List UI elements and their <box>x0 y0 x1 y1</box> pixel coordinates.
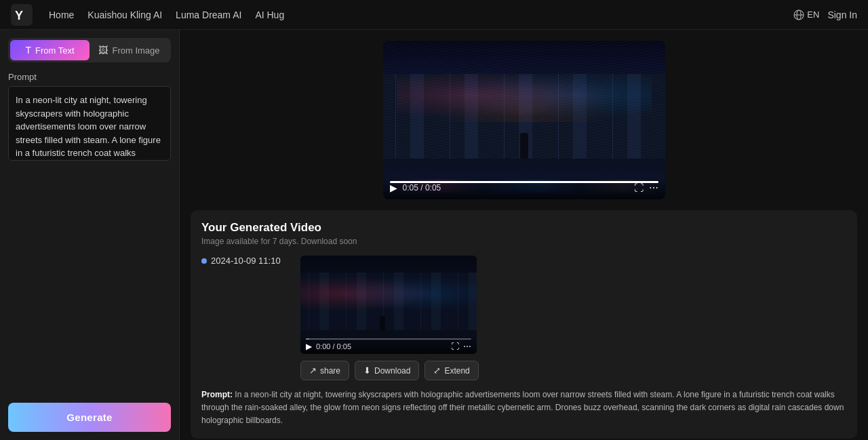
nav-home[interactable]: Home <box>49 9 74 20</box>
lang-label: EN <box>807 9 819 20</box>
svg-text:Y: Y <box>15 9 23 22</box>
progress-bar-top[interactable] <box>390 181 658 183</box>
download-button[interactable]: ⬇ Download <box>355 361 419 380</box>
action-buttons: ↗ share ⬇ Download ⤢ Extend <box>300 361 477 380</box>
gen-ctrl-right: ⛶ ⋯ <box>451 342 471 351</box>
main-layout: T From Text 🖼 From Image Prompt In a neo… <box>0 30 868 440</box>
more-button-top[interactable]: ⋯ <box>649 183 658 193</box>
generate-button[interactable]: Generate <box>8 403 171 432</box>
nav-right: EN Sign In <box>793 9 857 20</box>
prompt-content: In a neon-lit city at night, towering sk… <box>201 390 844 425</box>
video-controls-top: ▶ 0:05 / 0:05 ⛶ ⋯ <box>383 177 665 199</box>
nav-aihug[interactable]: AI Hug <box>255 9 284 20</box>
date-label: 2024-10-09 11:10 <box>211 256 281 266</box>
gen-progress-fill <box>306 338 309 340</box>
video-preview-top: ▶ 0:05 / 0:05 ⛶ ⋯ <box>180 30 868 205</box>
extend-button[interactable]: ⤢ Extend <box>425 361 478 380</box>
gen-video-controls: ▶ 0:00 / 0:05 ⛶ ⋯ <box>300 336 477 354</box>
logo[interactable]: Y <box>11 4 33 26</box>
generated-prompt-text: Prompt: In a neon-lit city at night, tow… <box>201 388 846 428</box>
signin-button[interactable]: Sign In <box>827 9 857 20</box>
gen-ctrl-row: ▶ 0:00 / 0:05 ⛶ ⋯ <box>306 342 471 351</box>
gen-progress-bar[interactable] <box>306 338 471 340</box>
generated-title: Your Generated Video <box>201 221 846 235</box>
nav-luma[interactable]: Luma Dream AI <box>176 9 241 20</box>
generated-subtitle: Image available for 7 days. Download soo… <box>201 237 846 246</box>
text-icon: T <box>25 45 31 56</box>
gen-fullscreen-button[interactable]: ⛶ <box>451 342 459 351</box>
gen-time-display: 0:00 / 0:05 <box>316 342 447 351</box>
time-display-top: 0:05 / 0:05 <box>403 183 629 193</box>
tab-row: T From Text 🖼 From Image <box>8 38 171 62</box>
video-frame-top <box>383 41 665 199</box>
extend-label: Extend <box>444 366 469 376</box>
image-icon: 🖼 <box>98 45 108 56</box>
play-button-top[interactable]: ▶ <box>390 183 397 193</box>
extend-icon: ⤢ <box>433 365 441 376</box>
tab-from-text[interactable]: T From Text <box>10 40 90 60</box>
tab-from-image[interactable]: 🖼 From Image <box>90 40 169 60</box>
share-button[interactable]: ↗ share <box>300 361 349 380</box>
download-icon: ⬇ <box>363 365 371 376</box>
prompt-input[interactable]: In a neon-lit city at night, towering sk… <box>8 86 171 161</box>
nav-kling[interactable]: Kuaishou Kling AI <box>87 9 162 20</box>
share-icon: ↗ <box>309 365 317 376</box>
prompt-label: Prompt <box>8 72 171 82</box>
gen-more-button[interactable]: ⋯ <box>463 342 471 351</box>
prompt-prefix: Prompt: <box>201 390 233 399</box>
generated-video-player[interactable]: ▶ 0:00 / 0:05 ⛶ ⋯ <box>300 256 477 354</box>
status-dot <box>201 258 207 264</box>
share-label: share <box>320 366 340 376</box>
gen-play-button[interactable]: ▶ <box>306 342 312 351</box>
fullscreen-button-top[interactable]: ⛶ <box>634 183 644 193</box>
controls-row-top: ▶ 0:05 / 0:05 ⛶ ⋯ <box>390 183 658 193</box>
video-player-top[interactable]: ▶ 0:05 / 0:05 ⛶ ⋯ <box>383 41 665 199</box>
generated-meta: 2024-10-09 11:10 <box>201 256 290 266</box>
progress-fill-top <box>390 181 658 183</box>
generated-date: 2024-10-09 11:10 <box>201 256 290 266</box>
generated-video-wrap: ▶ 0:00 / 0:05 ⛶ ⋯ <box>300 256 477 380</box>
tab-image-label: From Image <box>112 45 159 56</box>
navbar: Y Home Kuaishou Kling AI Luma Dream AI A… <box>0 0 868 30</box>
content-area: ▶ 0:05 / 0:05 ⛶ ⋯ Your Generated Video I… <box>180 30 868 440</box>
ctrl-right-top: ⛶ ⋯ <box>634 183 658 193</box>
language-selector[interactable]: EN <box>793 9 819 20</box>
nav-links: Home Kuaishou Kling AI Luma Dream AI AI … <box>49 9 793 20</box>
tab-text-label: From Text <box>35 45 75 56</box>
download-label: Download <box>374 366 410 376</box>
generated-content: 2024-10-09 11:10 <box>201 256 846 380</box>
sidebar: T From Text 🖼 From Image Prompt In a neo… <box>0 30 180 440</box>
generated-section: Your Generated Video Image available for… <box>191 210 857 439</box>
